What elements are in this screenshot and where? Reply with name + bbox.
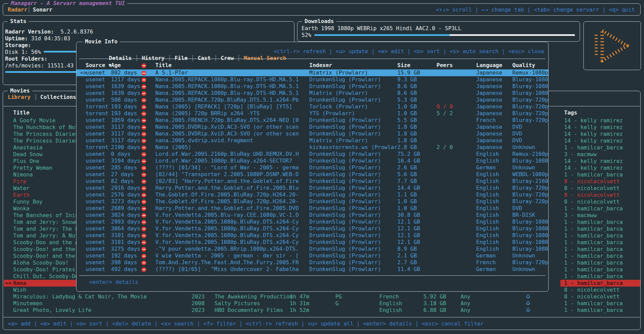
movie-row[interactable]: Scooby-Doo! and the M bbox=[4, 253, 76, 259]
search-result-row[interactable]: usenet2993 daysV.for.Vendetta.2005.1080p… bbox=[76, 218, 548, 225]
search-result-row[interactable]: usenet3101 daysV.for.Vendetta.2005.1080p… bbox=[76, 232, 548, 239]
movie-row[interactable]: Fire bbox=[4, 178, 76, 185]
library-row-details[interactable]: 2023HBO Documentary Films1h 52mEnglish6.… bbox=[3, 307, 640, 314]
tab-details[interactable]: Details bbox=[109, 55, 132, 61]
tab-sonarr[interactable]: Sonarr bbox=[33, 6, 52, 13]
search-result-row[interactable]: usenet2916 daysHarry.Potter.and.the.Gobl… bbox=[76, 185, 548, 191]
search-result-row[interactable]: torrent193 daysNana (2005) [REPACK] [720… bbox=[76, 103, 548, 110]
search-result-row[interactable]: usenet3117 daysnana.2005.dvdrip.xvid.fra… bbox=[76, 137, 548, 144]
search-result-row[interactable]: usenet3273 daysThe.Goblet.Of.Fire.2005.B… bbox=[76, 198, 548, 205]
library-row-details[interactable]: 2008Salty Pictures1h 31mGEnglish3.18 GBA… bbox=[3, 300, 640, 307]
app-title: Managarr - A Servarr management TUI bbox=[8, 0, 127, 7]
cell: V.for.Vendetta.2005.1080p.BluRay.DTS.x26… bbox=[155, 232, 309, 239]
search-result-row[interactable]: usenet3101 daysV.for.Vendetta.2005.1080p… bbox=[76, 239, 548, 246]
search-result-row[interactable]: usenet3117 daysNana.2005.DVDRip.XviD.AC3… bbox=[76, 130, 548, 137]
movie-row[interactable]: Anastasia bbox=[4, 144, 76, 151]
cell bbox=[76, 205, 86, 212]
cell: English bbox=[476, 232, 512, 239]
search-result-row[interactable]: usenet285 days(????) [01/34] - "Lord of … bbox=[76, 164, 548, 171]
disk-usage-bar bbox=[44, 51, 79, 53]
cell: English bbox=[476, 171, 512, 178]
cell bbox=[76, 76, 86, 83]
movie-row[interactable]: Tom and Jerry: The Fa bbox=[4, 226, 76, 232]
cell: Harry.Potter.and.the.Goblet.of.Fire.2005… bbox=[155, 185, 309, 191]
cell: 15.9 GB bbox=[397, 69, 437, 76]
search-result-row[interactable]: torrent193 daysNana (2005) 720p BRRip x2… bbox=[76, 110, 548, 117]
tab-file[interactable]: File bbox=[175, 55, 188, 61]
movie-row[interactable]: The Banshees of Inish bbox=[4, 212, 76, 219]
rejected-icon bbox=[141, 260, 146, 265]
cell: English bbox=[476, 212, 512, 218]
movie-row[interactable]: Tom and Jerry: Snowma bbox=[4, 219, 76, 226]
cell: 3117 days bbox=[111, 130, 141, 137]
tab-collections[interactable]: Collections bbox=[40, 94, 76, 101]
movie-row[interactable]: A Goofy Movie bbox=[4, 117, 76, 124]
tab-manual-search[interactable]: Manual Search bbox=[244, 55, 286, 61]
tab-crew[interactable]: Crew bbox=[221, 55, 234, 61]
search-result-row[interactable]: usenet192 daysV wie Vendetta - 2005 - ge… bbox=[76, 252, 548, 259]
cell: Remux-2160p bbox=[512, 151, 548, 158]
column-header[interactable]: Source ▼ bbox=[86, 62, 111, 69]
search-result-row[interactable]: usenet508 daysNana.2005.REPACK.720p.BluR… bbox=[76, 97, 548, 103]
movie-row[interactable]: Pretty Woman bbox=[4, 165, 76, 171]
movie-row[interactable]: The Hunchback of Notr bbox=[4, 124, 76, 131]
tab-history[interactable]: History bbox=[142, 55, 164, 61]
rejected-icon bbox=[141, 63, 146, 68]
cell: Miatrix (Prowlarr) bbox=[309, 90, 397, 97]
movie-row[interactable]: Scooby-Doo! and the L bbox=[4, 246, 76, 253]
search-result-row[interactable]: usenet3117 daysNana.2005.DVDRip.XviD.AC3… bbox=[76, 124, 548, 130]
search-result-row[interactable]: usenet2689 daysHarry.Potter.and.the.Gobl… bbox=[76, 205, 548, 212]
search-result-row[interactable]: usenet1059 daysNana.2005.FRENCH.720p.Blu… bbox=[76, 117, 548, 124]
movie-row[interactable]: Dead Snow bbox=[4, 151, 76, 158]
movie-row[interactable]: Wish bbox=[4, 287, 76, 293]
cell: A 5.1-PTer bbox=[155, 69, 309, 76]
search-result-row[interactable]: usenet0 daysLord.of.War.2005.2160p.BluRa… bbox=[76, 151, 548, 158]
movie-row[interactable]: Funny Boy bbox=[4, 199, 76, 205]
cell: 2 / 0 bbox=[437, 144, 476, 151]
movie-row[interactable]: =>Nana bbox=[4, 280, 76, 287]
library-row-details[interactable]: 2023The Awakening Production1h 47mPGFren… bbox=[3, 293, 640, 300]
search-result-row[interactable]: usenet1639 daysNana.2005.REPACK.1080p.Bl… bbox=[76, 83, 548, 90]
cell: Bluray-1080p bbox=[512, 246, 548, 252]
movie-row[interactable]: The Princess Diaries bbox=[4, 138, 76, 144]
cell bbox=[437, 185, 476, 191]
tag-cell: 1 - hamilcar_barca bbox=[560, 259, 640, 266]
search-result-row[interactable]: usenet3275 days-"V pour vendetta.2005.BR… bbox=[76, 246, 548, 252]
search-result-row[interactable]: usenet82 days[02/83] "Harry.Potter.and.t… bbox=[76, 178, 548, 185]
cell: Bluray-1080p bbox=[512, 83, 548, 90]
movie-row[interactable]: Plus One bbox=[4, 158, 76, 165]
tab-radarr[interactable]: Radarr bbox=[8, 6, 27, 13]
cell: English bbox=[476, 198, 512, 205]
search-result-row[interactable]: usenet398 daysTom.And.Jerry.The.Fast.And… bbox=[76, 259, 548, 266]
search-result-row[interactable]: usenet1217 daysNana.2005.REPACK.1080p.Bl… bbox=[76, 76, 548, 83]
movie-row[interactable]: Scooby-Doo and the Al bbox=[4, 239, 76, 246]
cell bbox=[141, 232, 155, 239]
cell: Tom.And.Jerry.The.Fast.And.The.Furry.200… bbox=[155, 259, 309, 266]
search-result-row[interactable]: usenet3024 daysV.for.Vendetta.2005.Blu-r… bbox=[76, 212, 548, 218]
movie-row[interactable]: Nimona bbox=[4, 171, 76, 178]
cell: Japanese bbox=[476, 76, 512, 83]
tab-cast[interactable]: Cast bbox=[198, 55, 211, 61]
search-result-row[interactable]: torrent2190 daysNana (2005)kickasstorren… bbox=[76, 144, 548, 151]
cell: DrunkenSlug (Prowlarr) bbox=[309, 232, 397, 239]
search-result-row[interactable]: usenet3194 daysLord.of.War.2005.1080p.Bl… bbox=[76, 158, 548, 164]
cell: Bluray-720p bbox=[512, 103, 548, 110]
search-result-row[interactable]: =>usenet802 daysA 5.1-PTerMiatrix (Prowl… bbox=[76, 69, 548, 76]
movie-row[interactable]: Aloha Scooby-Doo! bbox=[4, 259, 76, 266]
movie-title: Wish bbox=[13, 287, 26, 293]
search-result-row[interactable]: usenet2576 daysThe.Goblet.Of.Fire.2005.B… bbox=[76, 191, 548, 198]
movie-row[interactable]: Chill Out, Scooby-Doo bbox=[4, 273, 76, 280]
search-result-row[interactable]: usenet27 days[02/44] "Transporter 2.2005… bbox=[76, 171, 548, 178]
movie-row[interactable]: Water bbox=[4, 185, 76, 192]
movie-row[interactable]: Scooby-Doo! Pirates A bbox=[4, 266, 76, 273]
movie-row[interactable]: Earth bbox=[4, 192, 76, 199]
movie-row[interactable]: Tom and Jerry: A Nutc bbox=[4, 232, 76, 239]
cell: usenet bbox=[86, 97, 111, 103]
search-result-row[interactable]: usenet1639 daysNana.2005.REPACK.1080p.Bl… bbox=[76, 90, 548, 97]
search-result-row[interactable]: usenet492 days(????) [01/65] - "Miss Und… bbox=[76, 266, 548, 273]
movie-row[interactable]: The Princess Diaries bbox=[4, 131, 76, 138]
tab-library[interactable]: Library bbox=[8, 94, 30, 101]
stats-line: Disk 1: 56% bbox=[5, 49, 41, 56]
search-result-row[interactable]: usenet3064 daysV.for.Vendetta.2005.1080p… bbox=[76, 225, 548, 232]
movie-row[interactable]: Wonka bbox=[4, 205, 76, 212]
